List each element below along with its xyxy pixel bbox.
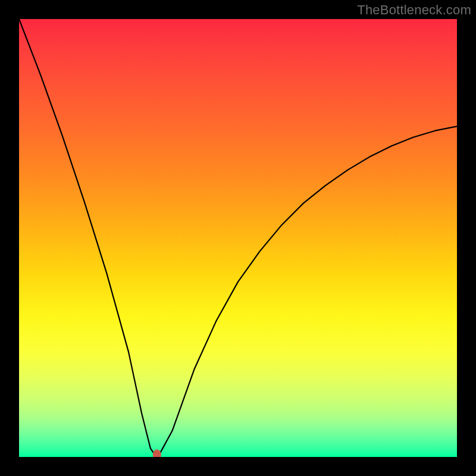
bottleneck-curve-svg (19, 19, 457, 457)
bottleneck-curve (19, 19, 457, 455)
balance-point-marker (153, 449, 161, 457)
chart-frame: TheBottleneck.com (0, 0, 476, 476)
watermark-text: TheBottleneck.com (357, 2, 471, 18)
plot-area (19, 19, 457, 457)
